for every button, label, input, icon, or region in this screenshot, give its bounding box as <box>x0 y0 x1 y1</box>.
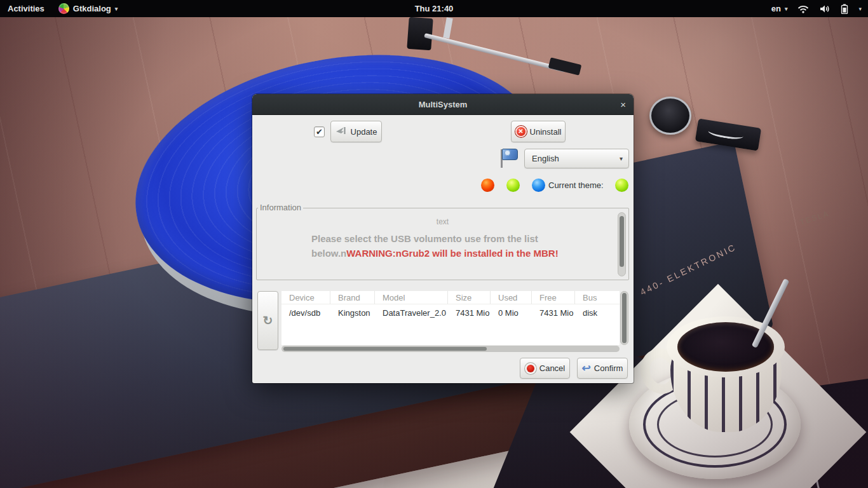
column-header-model[interactable]: Model <box>375 291 448 304</box>
keyboard-layout-label: en <box>771 4 781 13</box>
device-table[interactable]: Device Brand Model Size Used Free Bus /d… <box>281 291 620 345</box>
table-vertical-scrollbar-thumb[interactable] <box>622 293 627 343</box>
battery-icon[interactable] <box>841 4 848 14</box>
column-header-free[interactable]: Free <box>532 291 575 304</box>
information-frame-label: Information <box>258 203 303 212</box>
uninstall-button[interactable]: ✕ Uninstall <box>511 121 566 142</box>
cell-bus: disk <box>575 304 620 322</box>
cancel-stop-icon <box>525 363 536 374</box>
chevron-down-icon: ▾ <box>785 6 788 12</box>
language-flag-icon <box>499 147 519 168</box>
refresh-devices-button[interactable]: ↻ <box>257 291 278 350</box>
close-icon[interactable]: × <box>620 94 626 115</box>
update-button[interactable]: Update <box>330 121 382 142</box>
current-theme-label: Current theme: <box>548 180 604 190</box>
cell-device: /dev/sdb <box>281 304 330 322</box>
multisystem-dialog: MultiSystem × ✔ Update ✕ Uninstall E <box>252 94 634 383</box>
gnome-top-bar: Activities Gtkdialog ▾ Thu 21:40 en ▾ <box>0 0 868 17</box>
information-scrollbar-thumb[interactable] <box>620 216 624 267</box>
column-header-used[interactable]: Used <box>491 291 532 304</box>
wallpaper-speed-knob <box>649 97 691 135</box>
theme-green-button[interactable] <box>506 179 520 192</box>
cell-used: 0 Mio <box>491 304 532 322</box>
table-row[interactable]: /dev/sdb Kingston DataTraveler_2.0 7431 … <box>281 304 620 322</box>
gtkdialog-app-icon <box>58 3 69 14</box>
confirm-button[interactable]: ↩ Confirm <box>577 358 628 379</box>
volume-icon[interactable] <box>819 4 831 13</box>
text-widget-label: text <box>257 217 628 226</box>
update-checkbox[interactable]: ✔ <box>314 126 325 137</box>
column-header-device[interactable]: Device <box>281 291 330 304</box>
chevron-down-icon[interactable]: ▾ <box>858 6 862 12</box>
language-dropdown[interactable]: English ▾ <box>524 149 629 168</box>
cell-model: DataTraveler_2.0 <box>375 304 448 322</box>
check-icon: ✔ <box>316 127 323 137</box>
keyboard-layout-indicator[interactable]: en ▾ <box>771 0 788 17</box>
dialog-titlebar[interactable]: MultiSystem × <box>252 94 634 115</box>
information-frame: Information text Please select the USB v… <box>256 208 629 280</box>
theme-blue-button[interactable] <box>532 179 545 192</box>
information-message: Please select the USB volumento use from… <box>311 231 568 261</box>
cell-free: 7431 Mio <box>532 304 575 322</box>
cell-size: 7431 Mio <box>448 304 491 322</box>
cell-brand: Kingston <box>330 304 375 322</box>
clock[interactable]: Thu 21:40 <box>415 4 454 13</box>
information-message-warning: WARNING:nGrub2 will be installed in the … <box>346 248 558 259</box>
device-table-header: Device Brand Model Size Used Free Bus <box>281 291 620 304</box>
refresh-icon: ↻ <box>263 313 273 328</box>
cancel-label: Cancel <box>539 363 565 373</box>
update-icon <box>336 126 348 137</box>
column-header-size[interactable]: Size <box>448 291 491 304</box>
desktop: SUPRAPHON 440- ELEKTRONIC TESLA Activiti… <box>0 0 868 488</box>
table-vertical-scrollbar[interactable] <box>620 291 628 345</box>
flag-cloth <box>502 149 518 160</box>
chevron-down-icon: ▾ <box>115 6 118 12</box>
current-theme-indicator <box>615 179 628 192</box>
activities-button[interactable]: Activities <box>8 0 44 17</box>
language-selected: English <box>532 154 559 163</box>
confirm-label: Confirm <box>594 363 623 373</box>
app-menu-label: Gtkdialog <box>73 4 111 13</box>
update-label: Update <box>351 127 377 137</box>
activities-label: Activities <box>8 4 44 13</box>
table-horizontal-scrollbar-thumb[interactable] <box>283 347 487 351</box>
flag-emblem <box>505 150 510 156</box>
confirm-arrow-icon: ↩ <box>582 363 591 374</box>
app-menu[interactable]: Gtkdialog ▾ <box>58 0 118 17</box>
column-header-brand[interactable]: Brand <box>330 291 375 304</box>
information-scrollbar[interactable] <box>618 212 626 276</box>
column-header-bus[interactable]: Bus <box>575 291 620 304</box>
theme-red-button[interactable] <box>481 179 494 192</box>
cancel-button[interactable]: Cancel <box>520 358 570 379</box>
uninstall-label: Uninstall <box>530 127 562 137</box>
wallpaper-switch-highlight <box>707 126 744 141</box>
dialog-title: MultiSystem <box>252 94 634 115</box>
uninstall-stop-icon: ✕ <box>515 126 527 137</box>
chevron-down-icon: ▾ <box>620 155 623 162</box>
wifi-icon[interactable] <box>797 4 809 13</box>
table-horizontal-scrollbar[interactable] <box>281 346 620 352</box>
